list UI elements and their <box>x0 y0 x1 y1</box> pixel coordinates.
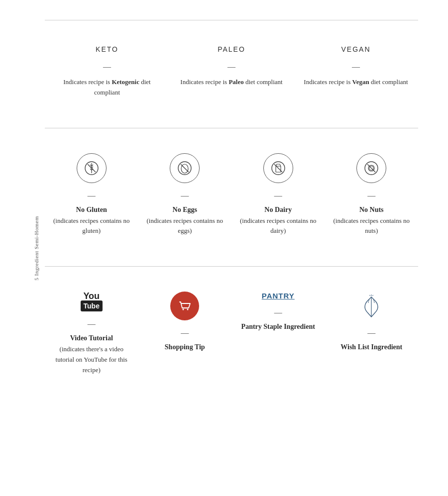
svg-line-22 <box>369 295 370 296</box>
svg-point-19 <box>187 309 189 310</box>
vegan-label: VEGAN <box>341 45 370 53</box>
pantry-title: Pantry Staple Ingredient <box>241 323 315 331</box>
divider-3 <box>45 266 418 267</box>
sidebar-label: 5 Ingredient Semi-Homem <box>33 216 39 280</box>
diet-row: KETO — Indicates recipe is Ketogenic die… <box>45 45 418 98</box>
pantry-text-icon: PANTRY <box>262 292 295 300</box>
youtube-icon: You Tube <box>81 292 103 311</box>
pantry-staple-item: PANTRY — Pantry Staple Ingredient <box>231 292 325 333</box>
divider-2 <box>45 128 418 128</box>
svg-point-18 <box>183 309 184 310</box>
no-nuts-icon <box>356 153 386 183</box>
paleo-label: PALEO <box>218 45 245 53</box>
vegan-item: VEGAN — Indicates recipe is Vegan diet c… <box>294 45 418 88</box>
no-eggs-desc: (indicates recipes contains no eggs) <box>143 216 227 237</box>
features-section: You Tube — Video Tutorial (indicates the… <box>45 277 418 396</box>
no-gluten-title: No Gluten <box>76 206 107 214</box>
allergen-section: — No Gluten (indicates recipes contains … <box>45 138 418 257</box>
wish-title: Wish List Ingredient <box>340 343 402 351</box>
vegan-desc: Indicates recipe is Vegan diet compliant <box>304 77 408 88</box>
no-dairy-item: — No Dairy (indicates recipes contains n… <box>231 153 325 237</box>
video-tutorial-item: You Tube — Video Tutorial (indicates the… <box>45 292 138 376</box>
no-gluten-item: — No Gluten (indicates recipes contains … <box>45 153 138 237</box>
keto-dash: — <box>103 62 111 71</box>
no-dairy-icon <box>263 153 293 183</box>
video-desc: (indicates there's a video tutorial on Y… <box>50 344 133 375</box>
video-dash: — <box>88 319 96 328</box>
wish-list-icon <box>360 292 383 320</box>
no-nuts-desc: (indicates recipes contains no nuts) <box>330 216 414 237</box>
no-eggs-title: No Eggs <box>173 206 197 214</box>
keto-desc: Indicates recipe is Ketogenic diet compl… <box>55 77 159 98</box>
diet-section: KETO — Indicates recipe is Ketogenic die… <box>45 30 418 118</box>
shopping-title: Shopping Tip <box>165 343 205 351</box>
divider-top <box>45 20 418 20</box>
no-eggs-icon <box>170 153 200 183</box>
paleo-dash: — <box>227 62 235 71</box>
no-nuts-dash: — <box>367 191 375 200</box>
pantry-label: PANTRY <box>262 292 295 300</box>
keto-label: KETO <box>96 45 118 53</box>
youtube-you-text: You <box>83 292 100 300</box>
video-title: Video Tutorial <box>70 334 113 342</box>
pantry-dash: — <box>274 308 282 317</box>
vegan-dash: — <box>352 62 360 71</box>
svg-rect-13 <box>276 166 281 172</box>
paleo-item: PALEO — Indicates recipe is Paleo diet c… <box>169 45 294 88</box>
no-gluten-icon <box>77 153 107 183</box>
no-dairy-desc: (indicates recipes contains no dairy) <box>236 216 320 237</box>
no-dairy-dash: — <box>274 191 282 200</box>
shopping-dash: — <box>181 328 189 337</box>
features-row: You Tube — Video Tutorial (indicates the… <box>45 292 418 376</box>
keto-item: KETO — Indicates recipe is Ketogenic die… <box>45 45 169 98</box>
shopping-tip-item: — Shopping Tip <box>138 292 232 353</box>
paleo-desc: Indicates recipe is Paleo diet compliant <box>180 77 282 88</box>
youtube-tube-text: Tube <box>81 300 103 311</box>
wish-dash: — <box>367 328 375 337</box>
svg-line-23 <box>372 295 373 296</box>
no-nuts-item: — No Nuts (indicates recipes contains no… <box>325 153 419 237</box>
no-gluten-dash: — <box>88 191 96 200</box>
shopping-cart-icon <box>170 292 199 320</box>
no-gluten-desc: (indicates recipes contains no gluten) <box>50 216 133 237</box>
wish-list-item: — Wish List Ingredient <box>325 292 419 353</box>
no-eggs-item: — No Eggs (indicates recipes contains no… <box>138 153 232 237</box>
no-eggs-dash: — <box>181 191 189 200</box>
no-nuts-title: No Nuts <box>359 206 384 214</box>
no-dairy-title: No Dairy <box>264 206 292 214</box>
allergen-row: — No Gluten (indicates recipes contains … <box>45 153 418 237</box>
